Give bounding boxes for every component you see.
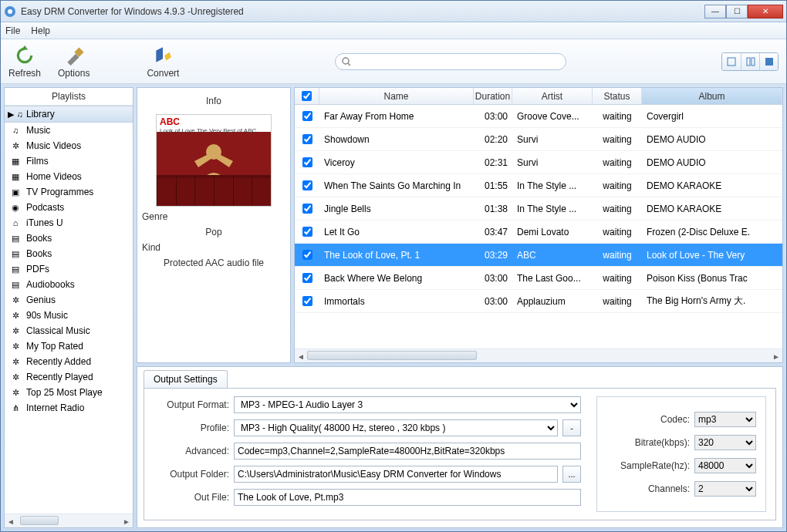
sidebar-item[interactable]: ▦Home Videos xyxy=(5,169,133,184)
scroll-thumb[interactable] xyxy=(20,516,59,525)
sidebar-item[interactable]: ▤Audiobooks xyxy=(5,277,133,292)
sidebar-item[interactable]: ♫Music xyxy=(5,123,133,138)
codec-select[interactable]: mp3 xyxy=(694,412,756,427)
output-folder-label: Output Folder: xyxy=(154,469,229,480)
table-row[interactable]: Let It Go03:47Demi LovatowaitingFrozen (… xyxy=(295,221,782,244)
output-folder-input[interactable] xyxy=(234,466,558,483)
playlist-icon: ▤ xyxy=(9,247,22,260)
view-detail-button[interactable] xyxy=(759,53,778,70)
convert-button[interactable]: Convert xyxy=(147,45,179,79)
row-checkbox[interactable] xyxy=(295,180,319,190)
view-list-button[interactable] xyxy=(722,53,741,70)
menu-help[interactable]: Help xyxy=(31,25,50,36)
sidebar-item[interactable]: ✲My Top Rated xyxy=(5,338,133,354)
table-row[interactable]: The Look of Love, Pt. 103:29ABCwaitingLo… xyxy=(295,244,782,267)
tab-output-settings[interactable]: Output Settings xyxy=(144,370,228,388)
sidebar-item[interactable]: ✲Music Videos xyxy=(5,138,133,153)
row-checkbox[interactable] xyxy=(295,250,319,260)
table-row[interactable]: Immortals03:00ApplauziumwaitingThe Big H… xyxy=(295,290,782,313)
search-input[interactable] xyxy=(356,56,559,67)
header-artist[interactable]: Artist xyxy=(512,88,593,104)
track-table: Name Duration Artist Status Album Far Aw… xyxy=(294,87,783,363)
info-panel: Info ABCLook of Love The Very Best of AB… xyxy=(137,87,291,363)
sidebar-item-label: Films xyxy=(26,156,49,167)
sidebar-hscrollbar[interactable]: ◄ ► xyxy=(5,513,133,527)
sidebar-item[interactable]: ▣TV Programmes xyxy=(5,184,133,200)
channels-select[interactable]: 2 xyxy=(694,481,756,497)
row-checkbox[interactable] xyxy=(295,111,319,121)
row-checkbox[interactable] xyxy=(295,204,319,214)
sidebar-item[interactable]: ✲Recently Played xyxy=(5,369,133,385)
cell-status: waiting xyxy=(593,227,642,237)
convert-icon xyxy=(152,45,174,66)
header-album[interactable]: Album xyxy=(642,88,782,104)
view-grid-button[interactable] xyxy=(741,53,759,70)
bitrate-select[interactable]: 320 xyxy=(694,435,756,450)
table-row[interactable]: When The Saints Go Marching In01:55In Th… xyxy=(295,174,782,197)
scroll-thumb[interactable] xyxy=(307,351,477,360)
table-hscrollbar[interactable]: ◄ ► xyxy=(295,348,782,362)
browse-folder-button[interactable]: ... xyxy=(562,466,581,483)
cell-duration: 01:55 xyxy=(474,180,512,191)
sidebar-item[interactable]: ⋔Internet Radio xyxy=(5,400,133,416)
row-checkbox[interactable] xyxy=(295,134,319,144)
samplerate-label: SampleRate(hz): xyxy=(606,460,690,471)
scroll-right-icon[interactable]: ► xyxy=(120,514,133,528)
profile-select[interactable]: MP3 - High Quality( 48000 Hz, stereo , 3… xyxy=(234,419,558,436)
menu-file[interactable]: File xyxy=(5,25,20,36)
cell-duration: 02:31 xyxy=(474,157,512,168)
table-row[interactable]: Back Where We Belong03:00The Last Goo...… xyxy=(295,267,782,290)
sidebar-item[interactable]: ✲Genius xyxy=(5,292,133,308)
cell-name: Let It Go xyxy=(319,227,474,237)
titlebar[interactable]: Easy DRM Converter for Windows 4.9.3 -Un… xyxy=(1,1,786,22)
output-format-select[interactable]: MP3 - MPEG-1 Audio Layer 3 xyxy=(234,396,581,413)
header-checkbox[interactable] xyxy=(295,88,319,104)
sidebar-item[interactable]: ◉Podcasts xyxy=(5,200,133,215)
table-row[interactable]: Jingle Bells01:38In The Style ...waiting… xyxy=(295,197,782,221)
samplerate-select[interactable]: 48000 xyxy=(694,458,756,473)
sidebar-item[interactable]: ✲90s Music xyxy=(5,308,133,323)
header-name[interactable]: Name xyxy=(319,88,474,104)
cell-status: waiting xyxy=(593,180,642,191)
sidebar-item[interactable]: ▤Books xyxy=(5,231,133,246)
maximize-button[interactable]: ☐ xyxy=(726,5,748,19)
minimize-button[interactable]: — xyxy=(704,5,726,19)
cell-artist: Applauzium xyxy=(512,296,593,307)
header-duration[interactable]: Duration xyxy=(474,88,512,104)
options-icon xyxy=(63,45,85,66)
sidebar-item-label: PDFs xyxy=(26,264,49,274)
table-row[interactable]: Viceroy02:31SurviwaitingDEMO AUDIO xyxy=(295,151,782,174)
sidebar-item[interactable]: ▶ ♫Library xyxy=(5,106,133,123)
row-checkbox[interactable] xyxy=(295,273,319,283)
playlist-icon: ◉ xyxy=(9,201,22,214)
close-button[interactable]: ✕ xyxy=(748,5,783,19)
sidebar-item[interactable]: ✲Classical Music xyxy=(5,323,133,338)
sidebar-item[interactable]: ▤PDFs xyxy=(5,261,133,277)
output-settings-panel: Output Settings Output Format: MP3 - MPE… xyxy=(137,366,783,528)
scroll-left-icon[interactable]: ◄ xyxy=(5,514,17,528)
playlist-icon: ▦ xyxy=(9,170,22,183)
table-row[interactable]: Far Away From Home03:00Groove Cove...wai… xyxy=(295,105,782,128)
sidebar-item[interactable]: ⌂iTunes U xyxy=(5,215,133,231)
playlist-icon: ⋔ xyxy=(9,402,22,414)
row-checkbox[interactable] xyxy=(295,296,319,306)
cell-duration: 03:00 xyxy=(474,273,512,284)
sidebar-item[interactable]: ▤Books xyxy=(5,246,133,261)
outfile-input[interactable] xyxy=(234,489,581,506)
profile-minus-button[interactable]: - xyxy=(562,419,581,436)
sidebar-item[interactable]: ✲Recently Added xyxy=(5,354,133,369)
row-checkbox[interactable] xyxy=(295,227,319,237)
search-box[interactable] xyxy=(335,53,566,70)
app-icon xyxy=(4,5,16,18)
scroll-right-icon[interactable]: ► xyxy=(770,349,782,363)
scroll-left-icon[interactable]: ◄ xyxy=(295,349,307,363)
row-checkbox[interactable] xyxy=(295,157,319,167)
header-status[interactable]: Status xyxy=(593,88,642,104)
sidebar-item[interactable]: ✲Top 25 Most Playe xyxy=(5,385,133,400)
table-row[interactable]: Showdown02:20SurviwaitingDEMO AUDIO xyxy=(295,128,782,151)
sidebar-item[interactable]: ▦Films xyxy=(5,153,133,169)
advanced-input[interactable] xyxy=(234,443,581,460)
refresh-icon xyxy=(14,45,35,66)
refresh-button[interactable]: Refresh xyxy=(8,45,41,79)
options-button[interactable]: Options xyxy=(58,45,90,79)
